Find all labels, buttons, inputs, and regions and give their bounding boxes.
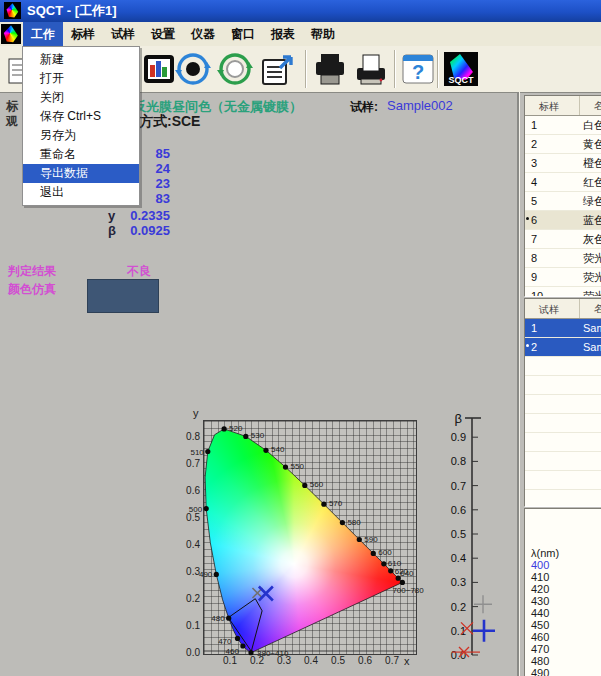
y-axis-label: y <box>193 407 199 419</box>
menu-item-导出数据[interactable]: 导出数据 <box>23 164 139 183</box>
y-tick-0.3: 0.3 <box>180 566 200 577</box>
menu-item-打开[interactable]: 打开 <box>23 69 139 88</box>
export-report-icon[interactable] <box>257 50 295 88</box>
toolbar-separator <box>437 50 439 88</box>
chromaticity-diagram: y 52053054055056057058059060061062064070… <box>180 406 425 676</box>
sqct-logo-icon[interactable]: SQCT <box>442 50 480 88</box>
sample-row-2[interactable]: 2Sample002 <box>525 338 601 357</box>
wavelength-label: 480 <box>211 614 225 623</box>
wavelength-value-420[interactable]: 420 <box>531 583 601 595</box>
wavelength-value-480[interactable]: 480 <box>531 655 601 667</box>
x-tick-0.6: 0.6 <box>355 655 375 666</box>
wavelength-label: 600 <box>378 548 392 557</box>
wavelength-value-490[interactable]: 490 <box>531 667 601 676</box>
menubar-item-设置[interactable]: 设置 <box>143 22 183 46</box>
print-icon[interactable] <box>311 50 349 88</box>
toolbar-separator <box>394 50 396 88</box>
wavelength-value-470[interactable]: 470 <box>531 643 601 655</box>
y-tick-0.5: 0.5 <box>180 512 200 523</box>
standard-row-1[interactable]: 1白色 <box>525 116 601 135</box>
menubar-item-工作[interactable]: 工作 <box>23 22 63 46</box>
standard-number: 1 <box>525 119 537 131</box>
menu-item-保存 Ctrl+S[interactable]: 保存 Ctrl+S <box>23 107 139 126</box>
judgement-label: 判定结果 <box>8 263 56 280</box>
standard-row-8[interactable]: 8荧光黄 <box>525 249 601 268</box>
wavelength-value-400[interactable]: 400 <box>531 559 601 571</box>
empty-row <box>525 452 601 471</box>
wavelength-value-440[interactable]: 440 <box>531 607 601 619</box>
menubar-item-试样[interactable]: 试样 <box>103 22 143 46</box>
standard-name: 黄色 <box>580 135 601 153</box>
wavelength-dot <box>263 448 268 453</box>
standard-row-7[interactable]: 7灰色 <box>525 230 601 249</box>
standard-row-3[interactable]: 3橙色 <box>525 154 601 173</box>
panel-divider <box>517 92 520 676</box>
app-icon[interactable] <box>4 2 21 19</box>
wavelength-dot <box>204 506 209 511</box>
y-tick-0.2: 0.2 <box>180 593 200 604</box>
beta-tick-0.2: 0.2 <box>451 601 466 613</box>
menu-item-退出[interactable]: 退出 <box>23 183 139 202</box>
value-β: 0.0925 <box>122 223 170 238</box>
document-system-icon[interactable] <box>1 24 21 44</box>
beta-axis: β0.00.10.20.30.40.50.60.70.80.9 <box>440 406 525 676</box>
menubar-item-窗口[interactable]: 窗口 <box>223 22 263 46</box>
standard-name: 荧光黄 <box>580 249 601 267</box>
sample-number: 2 <box>525 341 537 353</box>
question-glyph: ? <box>412 61 424 83</box>
wavelength-value-460[interactable]: 460 <box>531 631 601 643</box>
sample-row-1[interactable]: 1Sample001 <box>525 319 601 338</box>
standard-number: 2 <box>525 138 537 150</box>
wavelength-header: λ(nm) <box>531 547 601 559</box>
standard-row-6[interactable]: 6蓝色 <box>525 211 601 230</box>
standard-row-4[interactable]: 4红色 <box>525 173 601 192</box>
y-tick-0.7: 0.7 <box>180 458 200 469</box>
standard-name: 荧光橙 <box>580 268 601 286</box>
standard-name: 白色 <box>580 116 601 134</box>
wavelength-value-450[interactable]: 450 <box>531 619 601 631</box>
menu-item-新建[interactable]: 新建 <box>23 50 139 69</box>
standard-name: 绿色 <box>580 192 601 210</box>
wavelength-label: 570 <box>329 499 343 508</box>
sample-label: 试样: <box>350 99 378 116</box>
standard-row-10[interactable]: 10荧光红 <box>525 287 601 297</box>
wavelength-label: 490 <box>199 570 213 579</box>
standard-row-5[interactable]: 5绿色 <box>525 192 601 211</box>
value-fragment: 23 <box>142 176 170 191</box>
x-tick-0.2: 0.2 <box>247 655 267 666</box>
empty-row <box>525 433 601 452</box>
sample-number: 1 <box>525 322 537 334</box>
menubar-item-仪器[interactable]: 仪器 <box>183 22 223 46</box>
standard-number: 7 <box>525 233 537 245</box>
wavelength-value-430[interactable]: 430 <box>531 595 601 607</box>
menubar-item-标样[interactable]: 标样 <box>63 22 103 46</box>
value-y: 0.2335 <box>122 208 170 223</box>
wavelength-label: 590 <box>364 535 378 544</box>
samples-header: 试样 名称 <box>525 299 601 319</box>
y-tick-0.6: 0.6 <box>180 485 200 496</box>
standard-number: 4 <box>525 176 537 188</box>
menu-item-重命名[interactable]: 重命名 <box>23 145 139 164</box>
wavelength-value-410[interactable]: 410 <box>531 571 601 583</box>
print-preview-icon[interactable] <box>352 50 390 88</box>
help-icon[interactable]: ? <box>399 50 437 88</box>
menubar-item-帮助[interactable]: 帮助 <box>303 22 343 46</box>
wavelength-label: 510 <box>190 448 204 457</box>
x-tick-0.3: 0.3 <box>274 655 294 666</box>
wavelength-label: 640 <box>400 569 414 578</box>
menubar-item-报表[interactable]: 报表 <box>263 22 303 46</box>
wavelength-dot <box>302 483 307 488</box>
measure-sample-icon[interactable] <box>174 50 212 88</box>
chromaticity-marker <box>259 587 273 601</box>
menu-item-关闭[interactable]: 关闭 <box>23 88 139 107</box>
sample-name: Sample002 <box>580 338 601 356</box>
standard-row-9[interactable]: 9荧光橙 <box>525 268 601 287</box>
standard-name: 灰色 <box>580 230 601 248</box>
calibrate-white-icon[interactable] <box>216 50 254 88</box>
standard-row-2[interactable]: 2黄色 <box>525 135 601 154</box>
color-data-chart-icon[interactable] <box>140 50 178 88</box>
x-tick-0.1: 0.1 <box>220 655 240 666</box>
wavelength-panel: λ(nm)400410420430440450460470480490 <box>524 508 601 676</box>
empty-row <box>525 414 601 433</box>
menu-item-另存为[interactable]: 另存为 <box>23 126 139 145</box>
